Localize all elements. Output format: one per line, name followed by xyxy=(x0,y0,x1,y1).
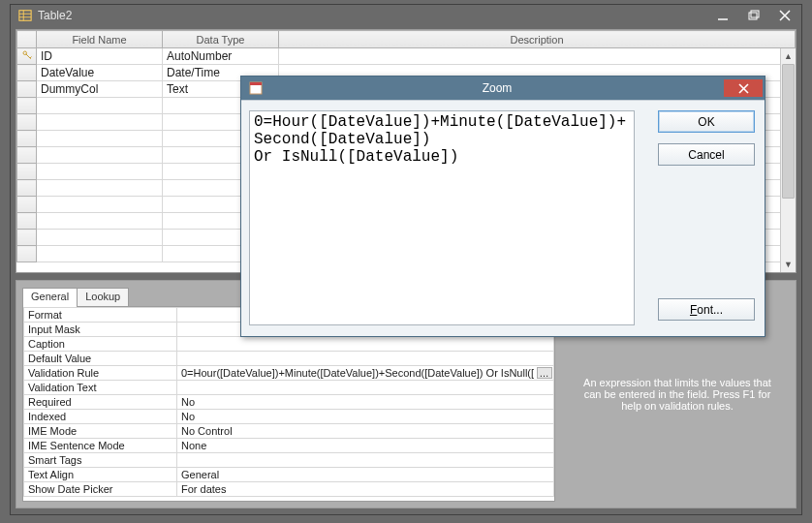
property-name: Validation Text xyxy=(24,381,177,395)
font-button-label: ont... xyxy=(697,303,723,317)
property-value[interactable]: None xyxy=(177,439,554,453)
property-row[interactable]: Text AlignGeneral xyxy=(24,468,554,482)
property-row[interactable]: Smart Tags xyxy=(24,453,554,468)
property-value[interactable] xyxy=(177,337,554,352)
tab-general[interactable]: General xyxy=(22,288,78,307)
property-name: Show Date Picker xyxy=(24,482,177,497)
property-row[interactable]: Validation Text xyxy=(24,381,554,395)
grid-vertical-scrollbar[interactable]: ▲ ▼ xyxy=(780,48,796,272)
svg-line-11 xyxy=(30,56,32,58)
row-selector[interactable] xyxy=(17,48,37,65)
property-value[interactable]: No Control xyxy=(177,424,554,439)
restore-button[interactable] xyxy=(747,9,761,22)
svg-rect-6 xyxy=(751,11,759,17)
scroll-thumb[interactable] xyxy=(782,64,795,199)
property-name: Indexed xyxy=(24,410,177,424)
scroll-up-icon[interactable]: ▲ xyxy=(781,48,796,64)
property-row[interactable]: Show Date PickerFor dates xyxy=(24,482,554,497)
property-name: IME Sentence Mode xyxy=(24,439,177,453)
col-data-type[interactable]: Data Type xyxy=(163,31,279,48)
property-name: Caption xyxy=(24,337,177,352)
close-button[interactable] xyxy=(778,9,792,22)
property-row[interactable]: Validation Rule0=Hour([DateValue])+Minut… xyxy=(24,366,554,381)
cell-field-name[interactable]: ID xyxy=(37,48,163,65)
property-value[interactable] xyxy=(177,352,554,366)
property-row[interactable]: IME Sentence ModeNone xyxy=(24,439,554,453)
row-selector[interactable] xyxy=(17,81,37,98)
window-title: Table2 xyxy=(38,9,716,22)
zoom-dialog: Zoom OK Cancel Font... xyxy=(240,76,765,337)
scroll-down-icon[interactable]: ▼ xyxy=(781,257,796,272)
property-value[interactable] xyxy=(177,453,554,468)
builder-button[interactable]: … xyxy=(537,367,552,379)
property-row[interactable]: IndexedNo xyxy=(24,410,554,424)
cancel-button[interactable]: Cancel xyxy=(658,143,755,166)
property-value[interactable] xyxy=(177,381,554,395)
property-value[interactable]: General xyxy=(177,468,554,482)
property-value[interactable]: No xyxy=(177,395,554,410)
grid-header-row: Field Name Data Type Description xyxy=(17,31,796,48)
property-name: Input Mask xyxy=(24,323,177,337)
cell-description[interactable] xyxy=(279,48,796,65)
grid-corner[interactable] xyxy=(17,31,37,48)
property-name: IME Mode xyxy=(24,424,177,439)
property-name: Smart Tags xyxy=(24,453,177,468)
property-row[interactable]: Default Value xyxy=(24,352,554,366)
zoom-text-input[interactable] xyxy=(249,110,635,325)
property-value[interactable]: 0=Hour([DateValue])+Minute([DateValue])+… xyxy=(177,366,554,381)
zoom-title-bar[interactable]: Zoom xyxy=(241,77,765,100)
property-name: Validation Rule xyxy=(24,366,177,381)
col-field-name[interactable]: Field Name xyxy=(37,31,163,48)
ok-button[interactable]: OK xyxy=(658,110,755,133)
cell-field-name[interactable]: DateValue xyxy=(37,65,163,81)
cell-data-type[interactable]: AutoNumber xyxy=(163,48,279,65)
property-value[interactable]: No xyxy=(177,410,554,424)
property-row[interactable]: Caption xyxy=(24,337,554,352)
table-icon xyxy=(18,9,32,22)
svg-rect-13 xyxy=(250,82,262,85)
minimize-button[interactable] xyxy=(716,9,730,22)
col-description[interactable]: Description xyxy=(279,31,796,48)
property-name: Default Value xyxy=(24,352,177,366)
property-row[interactable]: IME ModeNo Control xyxy=(24,424,554,439)
table-row[interactable]: ID AutoNumber xyxy=(17,48,796,65)
property-name: Format xyxy=(24,308,177,323)
zoom-close-button[interactable] xyxy=(724,79,763,97)
tab-lookup[interactable]: Lookup xyxy=(77,288,129,307)
property-name: Required xyxy=(24,395,177,410)
property-value[interactable]: For dates xyxy=(177,482,554,497)
svg-rect-5 xyxy=(749,13,757,19)
form-icon xyxy=(247,79,265,97)
cell-field-name[interactable]: DummyCol xyxy=(37,81,163,98)
font-button[interactable]: Font... xyxy=(658,298,755,321)
property-name: Text Align xyxy=(24,468,177,482)
svg-rect-0 xyxy=(19,11,31,21)
property-row[interactable]: RequiredNo xyxy=(24,395,554,410)
zoom-title: Zoom xyxy=(270,81,724,95)
title-bar: Table2 xyxy=(11,5,801,26)
row-selector[interactable] xyxy=(17,65,37,81)
